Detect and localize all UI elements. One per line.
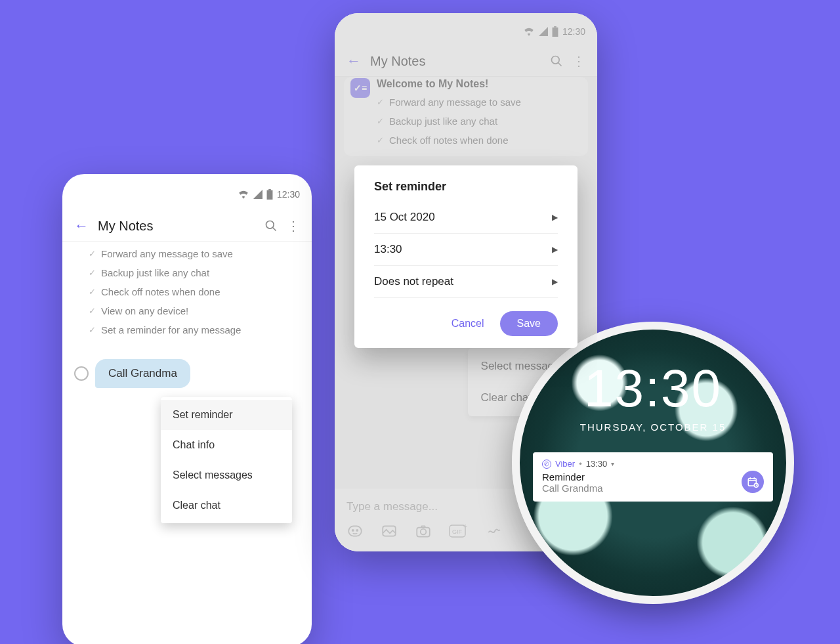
svg-point-6 [552,56,560,64]
list-item-label: Set a reminder for any message [101,324,241,335]
message-row: Call Grandma [74,359,312,388]
message-input-placeholder: Type a message... [346,500,438,513]
list-item: ✓Check off notes when done [89,282,305,301]
separator-dot: • [579,459,582,469]
more-icon[interactable]: ⋮ [287,218,300,234]
menu-item-clear-chat[interactable]: Clear chat [161,490,292,521]
menu-item-label: Set reminder [173,409,233,420]
phone-left: 12:30 ← My Notes ⋮ ✓Forward any message … [62,174,312,644]
chat-title: My Notes [370,54,541,69]
list-item: ✓Backup just like any chat [89,263,305,282]
status-bar: 12:30 [335,13,597,46]
list-item-label: Backup just like any chat [101,267,209,278]
reminder-date-value: 15 Oct 2020 [374,211,435,224]
reminder-repeat-value: Does not repeat [374,275,453,288]
chevron-right-icon: ▶ [552,245,558,254]
menu-item-chat-info[interactable]: Chat info [161,430,292,460]
welcome-card: ✓≡ Welcome to My Notes! ✓Forward any mes… [344,77,588,156]
menu-item-label: Chat info [173,439,215,450]
cell-icon [253,190,262,199]
calendar-reminder-icon [742,471,764,493]
svg-point-9 [352,530,354,531]
reminder-repeat-row[interactable]: Does not repeat ▶ [374,266,558,298]
menu-item-set-reminder[interactable]: Set reminder [161,400,292,430]
notification-body: Call Grandma [542,483,764,494]
back-arrow-icon[interactable]: ← [346,53,361,70]
menu-item-select-messages[interactable]: Select messages [161,460,292,490]
back-arrow-icon[interactable]: ← [74,217,89,234]
svg-text:GIF: GIF [452,528,463,535]
chevron-down-icon: ▾ [611,460,614,467]
wifi-icon [523,27,535,36]
chevron-right-icon: ▶ [552,277,558,286]
reminder-time-row[interactable]: 13:30 ▶ [374,234,558,266]
svg-rect-8 [348,526,362,536]
gallery-icon[interactable] [381,523,398,540]
sticker-icon[interactable] [346,523,364,540]
message-bubble[interactable]: Call Grandma [95,359,190,388]
set-reminder-dialog: Set reminder 15 Oct 2020 ▶ 13:30 ▶ Does … [354,165,578,348]
notification-time: 13:30 [586,459,608,469]
more-icon[interactable]: ⋮ [572,53,585,69]
lockscreen-preview: 13:30 THURSDAY, OCTOBER 15 ✆ Viber • 13:… [512,322,794,604]
search-icon[interactable] [550,54,563,68]
check-icon: ✓ [89,325,96,335]
check-icon: ✓ [89,287,96,297]
message-text: Call Grandma [108,367,177,379]
svg-line-7 [558,63,562,66]
chat-header: ← My Notes ⋮ [335,46,597,77]
list-item: ✓Check off notes when done [377,131,521,150]
svg-point-13 [421,529,427,535]
list-item-label: View on any device! [101,305,188,316]
svg-point-10 [356,530,358,531]
search-icon[interactable] [264,219,278,232]
doodle-icon[interactable] [486,523,503,540]
message-checkbox[interactable] [74,366,89,381]
reminder-time-value: 13:30 [374,243,402,256]
chat-header: ← My Notes ⋮ [62,211,312,242]
list-item: ✓Forward any message to save [89,244,305,263]
battery-icon [552,26,558,37]
lockscreen-date: THURSDAY, OCTOBER 15 [520,421,786,433]
save-button[interactable]: Save [500,311,558,336]
menu-item-label: Clear chat [173,500,220,511]
check-icon: ✓ [377,97,384,107]
list-item-label: Check off notes when done [389,135,509,146]
menu-item-label: Select messages [173,469,253,481]
check-icon: ✓ [377,135,384,145]
status-time: 12:30 [562,26,585,37]
viber-icon: ✆ [542,460,551,469]
cancel-button[interactable]: Cancel [448,312,488,335]
svg-line-3 [273,228,276,231]
chevron-right-icon: ▶ [552,213,558,222]
cell-icon [539,27,548,36]
list-item-label: Forward any message to save [101,248,233,259]
welcome-checklist: ✓Forward any message to save ✓Backup jus… [62,242,312,339]
status-bar: 12:30 [62,174,312,211]
notes-icon: ✓≡ [350,78,370,98]
svg-rect-0 [267,190,273,200]
menu-item-label: Clear chat [481,391,532,404]
list-item-label: Forward any message to save [389,97,521,108]
svg-rect-5 [554,26,556,28]
notification-app-name: Viber [555,459,575,469]
reminder-date-row[interactable]: 15 Oct 2020 ▶ [374,202,558,234]
check-icon: ✓ [89,249,96,259]
svg-text:+: + [463,523,467,530]
svg-rect-4 [553,28,558,37]
gif-icon[interactable]: GIF+ [449,523,469,540]
svg-point-2 [266,221,274,229]
camera-icon[interactable] [415,523,432,540]
lockscreen-notification[interactable]: ✆ Viber • 13:30 ▾ Reminder Call Grandma [533,452,773,502]
context-menu: Set reminder Chat info Select messages C… [161,397,292,523]
check-icon: ✓ [377,116,384,126]
wifi-icon [238,190,249,199]
list-item: ✓Forward any message to save [377,93,521,112]
check-icon: ✓ [89,268,96,278]
welcome-title: Welcome to My Notes! [377,78,521,90]
notification-header: ✆ Viber • 13:30 ▾ [542,459,764,469]
battery-icon [266,189,273,200]
dialog-title: Set reminder [374,180,558,194]
chat-title: My Notes [98,219,255,234]
check-icon: ✓ [89,306,96,316]
